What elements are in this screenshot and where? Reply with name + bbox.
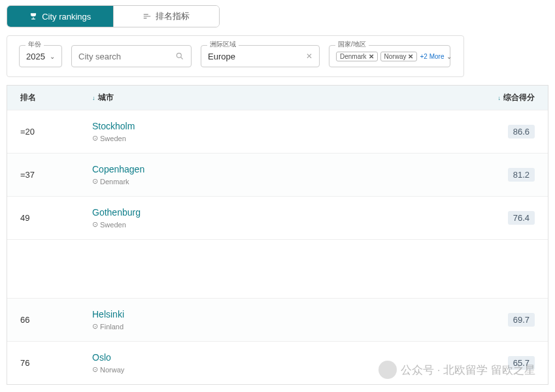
city-search-field[interactable] — [71, 45, 192, 67]
year-filter: 年份 2025 ⌄ — [19, 45, 62, 67]
country-filter: 国家/地区 Denmark✕ Norway✕ +2 More ⌄ — [329, 45, 450, 67]
tab-indicators[interactable]: 排名指标 — [113, 6, 220, 27]
region-filter: 洲际区域 Europe ✕ — [201, 45, 320, 67]
score-cell: 86.6 — [489, 125, 535, 139]
chevron-down-icon: ⌄ — [50, 53, 55, 60]
pin-icon: ⊙ — [92, 365, 98, 374]
city-cell: Copenhagen ⊙Denmark — [92, 164, 489, 186]
city-cell: Oslo ⊙Norway — [92, 352, 489, 374]
pin-icon: ⊙ — [92, 134, 98, 142]
table-row[interactable]: 76 Oslo ⊙Norway 65.7 — [7, 341, 548, 384]
empty-spacer — [7, 239, 548, 298]
remove-chip-icon[interactable]: ✕ — [369, 53, 374, 60]
col-score[interactable]: ↓综合得分 — [476, 92, 535, 103]
country-label: ⊙Finland — [92, 322, 489, 331]
more-countries-link[interactable]: +2 More — [420, 53, 444, 60]
tab-bar: City rankings 排名指标 — [7, 5, 220, 27]
table-header: 排名 ↓城市 ↓综合得分 — [7, 86, 548, 110]
country-label: ⊙Denmark — [92, 177, 489, 186]
country-label: ⊙Norway — [92, 365, 489, 374]
chevron-down-icon: ⌄ — [446, 53, 452, 60]
rankings-table: 排名 ↓城市 ↓综合得分 =20 Stockholm ⊙Sweden 86.6 … — [7, 85, 548, 385]
tab-label: 排名指标 — [156, 10, 190, 22]
city-cell: Helsinki ⊙Finland — [92, 309, 489, 331]
city-link[interactable]: Gothenburg — [92, 207, 489, 218]
city-cell: Stockholm ⊙Sweden — [92, 121, 489, 142]
score-badge: 65.7 — [508, 356, 535, 370]
rank-cell: =20 — [20, 127, 92, 137]
country-chip-denmark[interactable]: Denmark✕ — [336, 52, 378, 61]
svg-line-1 — [181, 57, 183, 59]
score-cell: 69.7 — [489, 313, 535, 327]
sort-icon: ↓ — [92, 95, 95, 101]
score-badge: 86.6 — [508, 125, 535, 139]
region-value: Europe — [208, 52, 235, 61]
col-rank[interactable]: 排名 — [20, 92, 92, 103]
trophy-icon — [29, 12, 38, 21]
svg-point-0 — [177, 53, 181, 57]
city-cell: Gothenburg ⊙Sweden — [92, 207, 489, 229]
country-chip-norway[interactable]: Norway✕ — [380, 52, 418, 61]
table-row[interactable]: 49 Gothenburg ⊙Sweden 76.4 — [7, 196, 548, 239]
col-city[interactable]: ↓城市 — [92, 92, 476, 103]
table-row[interactable]: 66 Helsinki ⊙Finland 69.7 — [7, 298, 548, 341]
tab-label: City rankings — [42, 12, 91, 22]
city-link[interactable]: Helsinki — [92, 309, 489, 319]
remove-chip-icon[interactable]: ✕ — [408, 53, 413, 60]
country-label: ⊙Sweden — [92, 220, 489, 229]
score-badge: 76.4 — [508, 211, 535, 225]
city-link[interactable]: Stockholm — [92, 121, 489, 131]
year-label: 年份 — [25, 40, 44, 49]
table-row[interactable]: =20 Stockholm ⊙Sweden 86.6 — [7, 110, 548, 153]
tab-city-rankings[interactable]: City rankings — [7, 6, 113, 27]
city-link[interactable]: Oslo — [92, 352, 489, 363]
filters-panel: 年份 2025 ⌄ 洲际区域 Europe ✕ 国家/地区 Denmark✕ N… — [7, 35, 464, 77]
score-cell: 65.7 — [489, 356, 535, 370]
rank-cell: 66 — [20, 315, 92, 325]
clear-region-icon[interactable]: ✕ — [306, 52, 312, 61]
rank-cell: 76 — [20, 358, 92, 368]
country-label: 国家/地区 — [335, 40, 369, 49]
rank-cell: 49 — [20, 213, 92, 223]
score-badge: 69.7 — [508, 313, 535, 327]
region-label: 洲际区域 — [207, 40, 239, 49]
sort-icon: ↓ — [498, 95, 501, 101]
sliders-icon — [143, 12, 152, 21]
score-cell: 76.4 — [489, 211, 535, 225]
table-row[interactable]: =37 Copenhagen ⊙Denmark 81.2 — [7, 153, 548, 196]
search-input[interactable] — [78, 52, 175, 61]
city-link[interactable]: Copenhagen — [92, 164, 489, 174]
score-badge: 81.2 — [508, 168, 535, 182]
rank-cell: =37 — [20, 170, 92, 180]
search-icon — [175, 52, 184, 61]
pin-icon: ⊙ — [92, 177, 98, 186]
year-value: 2025 — [26, 52, 45, 61]
country-label: ⊙Sweden — [92, 134, 489, 142]
pin-icon: ⊙ — [92, 220, 98, 229]
pin-icon: ⊙ — [92, 322, 98, 331]
score-cell: 81.2 — [489, 168, 535, 182]
